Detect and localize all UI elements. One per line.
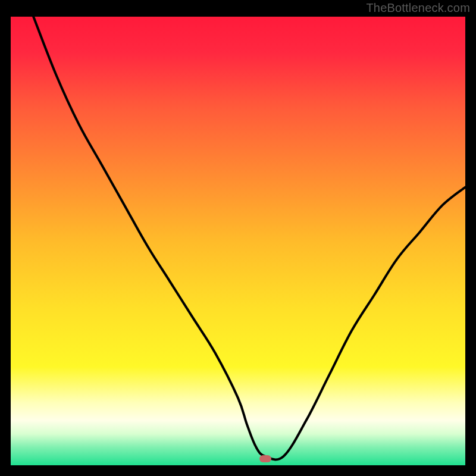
bottleneck-curve [11,17,465,465]
optimal-point-marker [259,455,271,462]
watermark-text: TheBottleneck.com [366,1,470,15]
plot-area [11,17,465,465]
